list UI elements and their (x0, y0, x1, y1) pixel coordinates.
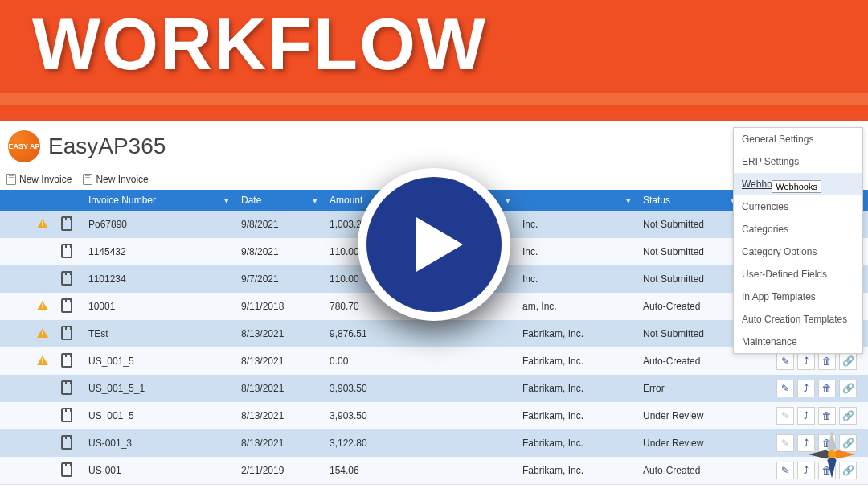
cell-date: 8/13/2021 (236, 438, 325, 449)
delete-icon[interactable]: 🗑 (818, 380, 836, 397)
play-button-inner (366, 177, 502, 312)
col-invoice-number[interactable]: Invoice Number▾ (84, 190, 236, 211)
edit-icon[interactable]: ✎ (776, 352, 794, 370)
cell-date: 9/8/2021 (236, 219, 325, 230)
link-icon[interactable]: 🔗 (839, 352, 857, 370)
settings-item-in-app-templates[interactable]: In App Templates (734, 286, 862, 308)
clipboard-icon[interactable] (61, 326, 72, 340)
app-logo: EASY AP (8, 130, 40, 162)
cell-invoice-number: TEst (84, 328, 236, 339)
clipboard-icon[interactable] (61, 408, 72, 422)
table-row[interactable]: US-0012/11/2019154.06Fabrikam, Inc.Auto-… (0, 457, 868, 484)
cell-status: Auto-Created (638, 465, 743, 476)
play-icon (416, 217, 463, 272)
col-date[interactable]: Date▾ (236, 190, 325, 211)
cell-status: Auto-Created (638, 301, 743, 312)
link-icon[interactable]: 🔗 (839, 380, 857, 397)
settings-item-user-defined-fields[interactable]: User-Defined Fields (734, 263, 862, 286)
cell-invoice-number: Po67890 (84, 219, 236, 230)
delete-icon[interactable]: 🗑 (818, 407, 836, 425)
cell-vendor: Fabrikam, Inc. (518, 383, 638, 394)
settings-item-general-settings[interactable]: General Settings (734, 128, 862, 150)
cell-date: 9/7/2021 (236, 273, 325, 285)
cell-status: Not Submitted (638, 246, 743, 257)
settings-item-category-options[interactable]: Category Options (734, 240, 862, 263)
app-title: EasyAP365 (48, 134, 166, 159)
cell-invoice-number: 10001 (84, 301, 236, 312)
filter-icon[interactable]: ▾ (222, 195, 231, 206)
cell-amount: 154.06 (325, 465, 518, 476)
settings-item-categories[interactable]: Categories (734, 218, 862, 240)
upload-icon[interactable]: ⤴ (797, 380, 815, 397)
clipboard-icon[interactable] (61, 216, 72, 231)
cell-vendor: Fabrikam, Inc. (518, 355, 638, 367)
document-icon (83, 174, 92, 185)
banner-accent-bar (0, 93, 868, 105)
vendor-logo (804, 426, 860, 483)
clipboard-icon[interactable] (61, 353, 72, 368)
table-row[interactable]: US_001_58/13/20213,903.50Fabrikam, Inc.U… (0, 402, 868, 429)
cell-date: 2/11/2019 (236, 465, 325, 476)
settings-item-maintenance[interactable]: Maintenance (734, 331, 862, 353)
play-button[interactable] (358, 168, 510, 321)
new-invoice-button[interactable]: New Invoice (6, 174, 72, 185)
edit-icon: ✎ (776, 434, 794, 452)
svg-point-4 (828, 450, 836, 458)
col-warning (32, 190, 56, 211)
cell-date: 8/13/2021 (236, 328, 325, 339)
cell-status: Under Review (638, 410, 743, 421)
col-attachment (56, 190, 84, 211)
upload-icon[interactable]: ⤴ (797, 352, 815, 370)
cell-vendor: Fabrikam, Inc. (518, 328, 638, 339)
table-row[interactable]: US-001_38/13/20213,122.80Fabrikam, Inc.U… (0, 429, 868, 457)
cell-vendor: Inc. (518, 246, 638, 257)
clipboard-icon[interactable] (61, 271, 72, 286)
filter-icon[interactable]: ▾ (503, 195, 513, 206)
cell-status: Not Submitted (638, 328, 743, 339)
settings-tooltip: Webhooks (772, 180, 821, 193)
cell-date: 9/11/2018 (236, 301, 325, 312)
warning-icon (37, 328, 48, 338)
col-vendor[interactable]: ▾ (518, 190, 638, 211)
cell-vendor: am, Inc. (518, 301, 638, 312)
workflow-banner: WORKFLOW (0, 0, 868, 121)
delete-icon[interactable]: 🗑 (818, 352, 836, 370)
cell-date: 8/13/2021 (236, 355, 325, 367)
cell-status: Auto-Created (638, 355, 743, 367)
cell-amount: 9,876.51 (325, 328, 518, 339)
clipboard-icon[interactable] (61, 380, 72, 395)
cell-invoice-number: US_001_5 (84, 355, 236, 367)
cell-amount: 3,903.50 (325, 383, 518, 394)
cell-amount: 3,122.80 (325, 438, 518, 449)
cell-invoice-number: US-001 (84, 465, 236, 476)
cell-date: 8/13/2021 (236, 383, 325, 394)
warning-icon (37, 355, 48, 365)
upload-icon[interactable]: ⤴ (797, 407, 815, 425)
cell-amount: 0.00 (325, 355, 518, 367)
cell-vendor: Inc. (518, 219, 638, 230)
col-status[interactable]: Status▾ (638, 190, 743, 211)
filter-icon[interactable]: ▾ (624, 195, 633, 206)
clipboard-icon[interactable] (61, 244, 72, 258)
settings-menu: General SettingsERP SettingsWebhooksCurr… (733, 127, 863, 354)
cell-date: 9/8/2021 (236, 246, 325, 257)
new-invoice-button-2[interactable]: New Invoice (83, 174, 148, 185)
cell-vendor: Fabrikam, Inc. (518, 465, 638, 476)
edit-icon[interactable]: ✎ (776, 380, 794, 397)
clipboard-icon[interactable] (61, 298, 72, 313)
settings-item-auto-creation-templates[interactable]: Auto Creation Templates (734, 308, 862, 331)
filter-icon[interactable]: ▾ (310, 195, 320, 206)
edit-icon[interactable]: ✎ (776, 462, 794, 479)
cell-invoice-number: US_001_5 (84, 410, 236, 421)
link-icon[interactable]: 🔗 (839, 407, 857, 425)
clipboard-icon[interactable] (61, 435, 72, 450)
cell-invoice-number: US-001_3 (84, 438, 236, 449)
settings-item-erp-settings[interactable]: ERP Settings (734, 150, 862, 173)
cell-vendor: Fabrikam, Inc. (518, 410, 638, 421)
cell-status: Error (638, 383, 743, 394)
clipboard-icon[interactable] (61, 462, 72, 477)
settings-item-currencies[interactable]: Currencies (734, 195, 862, 218)
table-row[interactable]: US_001_5_18/13/20213,903.50Fabrikam, Inc… (0, 375, 868, 402)
cell-vendor: Fabrikam, Inc. (518, 438, 638, 449)
cell-amount: 3,903.50 (325, 410, 518, 421)
